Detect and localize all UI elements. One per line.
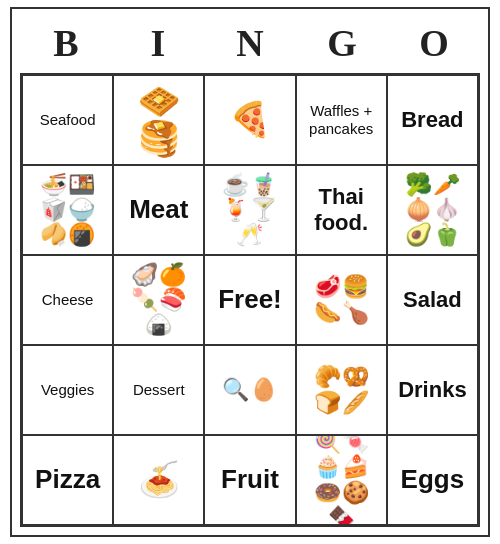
- cell-multi-emoji-r3-c2: 🔍🥚: [222, 378, 277, 402]
- letter-o: O: [388, 17, 480, 69]
- cell-r1-c2: ☕🧋🍹🍸🥂: [204, 165, 295, 255]
- cell-r3-c4: Drinks: [387, 345, 478, 435]
- cell-multi-emoji-r2-c1: 🦪🍊🍡🍣🍙: [118, 263, 199, 338]
- cell-r0-c2: 🍕: [204, 75, 295, 165]
- cell-label-r4-c4: Eggs: [401, 464, 465, 495]
- cell-label-r4-c2: Fruit: [221, 464, 279, 495]
- cell-emoji-r4-c1: 🍝: [138, 461, 180, 498]
- bingo-header: B I N G O: [20, 17, 480, 69]
- cell-multi-emoji-r1-c4: 🥦🥕🧅🧄🥑🫑: [392, 173, 473, 248]
- cell-r3-c0: Veggies: [22, 345, 113, 435]
- cell-r4-c4: Eggs: [387, 435, 478, 525]
- cell-r2-c4: Salad: [387, 255, 478, 345]
- cell-r4-c1: 🍝: [113, 435, 204, 525]
- letter-b: B: [20, 17, 112, 69]
- letter-n: N: [204, 17, 296, 69]
- cell-label-r1-c1: Meat: [129, 194, 188, 225]
- cell-r2-c2: Free!: [204, 255, 295, 345]
- cell-r0-c0: Seafood: [22, 75, 113, 165]
- cell-multi-emoji-r1-c2: ☕🧋🍹🍸🥂: [209, 173, 290, 248]
- cell-r1-c1: Meat: [113, 165, 204, 255]
- cell-label-r3-c1: Dessert: [133, 381, 185, 399]
- cell-emoji-r0-c1: 🧇🥞: [118, 83, 199, 158]
- cell-label-r2-c4: Salad: [403, 287, 462, 313]
- cell-r3-c2: 🔍🥚: [204, 345, 295, 435]
- cell-label-r2-c0: Cheese: [42, 291, 94, 309]
- letter-i: I: [112, 17, 204, 69]
- cell-r1-c0: 🍜🍱🥡🍚🥠🍘: [22, 165, 113, 255]
- cell-multi-emoji-r4-c3: 🍭🍬🧁🍰🍩🍪🍫: [301, 435, 382, 525]
- cell-r4-c0: Pizza: [22, 435, 113, 525]
- cell-r0-c3: Waffles +pancakes: [296, 75, 387, 165]
- cell-label-r2-c2: Free!: [218, 284, 282, 315]
- letter-g: G: [296, 17, 388, 69]
- cell-label-r0-c0: Seafood: [40, 111, 96, 129]
- cell-r4-c3: 🍭🍬🧁🍰🍩🍪🍫: [296, 435, 387, 525]
- cell-label-r0-c4: Bread: [401, 107, 463, 133]
- cell-label-r3-c0: Veggies: [41, 381, 94, 399]
- cell-r1-c4: 🥦🥕🧅🧄🥑🫑: [387, 165, 478, 255]
- cell-r0-c4: Bread: [387, 75, 478, 165]
- cell-label-r0-c3: Waffles +pancakes: [309, 102, 373, 138]
- bingo-grid: Seafood🧇🥞🍕Waffles +pancakesBread🍜🍱🥡🍚🥠🍘Me…: [20, 73, 480, 527]
- cell-r2-c3: 🥩🍔🌭🍗: [296, 255, 387, 345]
- cell-r2-c0: Cheese: [22, 255, 113, 345]
- cell-label-r1-c3: Thaifood.: [314, 184, 368, 237]
- cell-multi-emoji-r1-c0: 🍜🍱🥡🍚🥠🍘: [27, 173, 108, 248]
- cell-r3-c1: Dessert: [113, 345, 204, 435]
- cell-multi-emoji-r2-c3: 🥩🍔🌭🍗: [301, 275, 382, 324]
- cell-r0-c1: 🧇🥞: [113, 75, 204, 165]
- cell-multi-emoji-r3-c3: 🥐🥨🍞🥖: [301, 365, 382, 414]
- bingo-card: B I N G O Seafood🧇🥞🍕Waffles +pancakesBre…: [10, 7, 490, 537]
- cell-emoji-r0-c2: 🍕: [229, 101, 271, 138]
- cell-r1-c3: Thaifood.: [296, 165, 387, 255]
- cell-r3-c3: 🥐🥨🍞🥖: [296, 345, 387, 435]
- cell-label-r3-c4: Drinks: [398, 377, 466, 403]
- cell-r4-c2: Fruit: [204, 435, 295, 525]
- cell-label-r4-c0: Pizza: [35, 464, 100, 495]
- cell-r2-c1: 🦪🍊🍡🍣🍙: [113, 255, 204, 345]
